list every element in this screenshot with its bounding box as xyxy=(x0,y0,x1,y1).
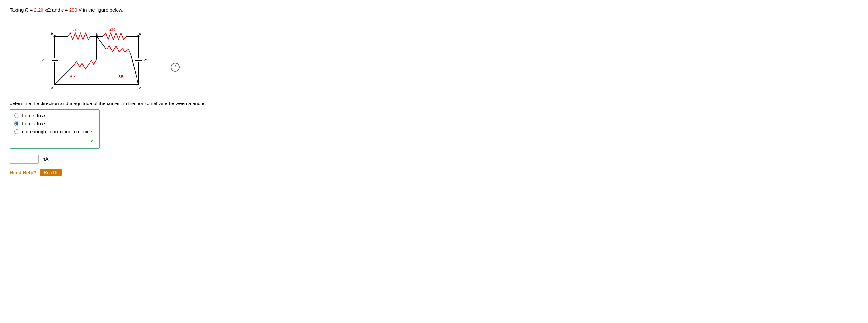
svg-text:+: + xyxy=(50,53,52,58)
checkmark: ✓ xyxy=(14,137,95,144)
radio-options-box: from e to a from a to e not enough infor… xyxy=(10,109,100,149)
R-value: 2.20 xyxy=(34,7,43,12)
circuit-diagram: + − ε + − 2ε R xyxy=(35,24,158,97)
E-value: 290 xyxy=(69,7,77,12)
svg-text:2ε: 2ε xyxy=(144,58,148,62)
option-from-a-to-e[interactable]: from a to e xyxy=(14,121,95,126)
svg-text:b: b xyxy=(51,31,53,36)
unit-label: mA xyxy=(41,156,49,162)
read-it-button[interactable]: Read It xyxy=(40,169,62,176)
option-not-enough-info[interactable]: not enough information to decide xyxy=(14,129,95,134)
svg-point-22 xyxy=(54,35,56,37)
option-from-e-to-a[interactable]: from e to a xyxy=(14,113,95,118)
svg-text:3R: 3R xyxy=(119,74,124,79)
magnitude-input[interactable] xyxy=(10,154,39,164)
question-intro: Taking R = 2.20 kΩ and ε = 290 V in the … xyxy=(10,6,858,14)
info-icon[interactable]: i xyxy=(170,63,180,72)
help-row: Need Help? Read It xyxy=(10,169,858,176)
svg-line-27 xyxy=(97,36,106,49)
svg-text:e: e xyxy=(139,85,141,90)
svg-text:ε: ε xyxy=(42,58,44,62)
magnitude-row: mA xyxy=(10,154,858,164)
svg-text:a: a xyxy=(51,85,53,90)
svg-text:2R: 2R xyxy=(110,27,115,32)
svg-text:R: R xyxy=(73,27,76,32)
svg-text:4R: 4R xyxy=(70,74,76,78)
need-help-label: Need Help? xyxy=(10,170,36,175)
svg-text:d: d xyxy=(139,31,141,36)
svg-line-28 xyxy=(131,54,138,84)
direction-question: determine the direction and magnitude of… xyxy=(10,101,858,106)
svg-text:−: − xyxy=(50,61,52,66)
svg-text:c: c xyxy=(96,31,98,36)
